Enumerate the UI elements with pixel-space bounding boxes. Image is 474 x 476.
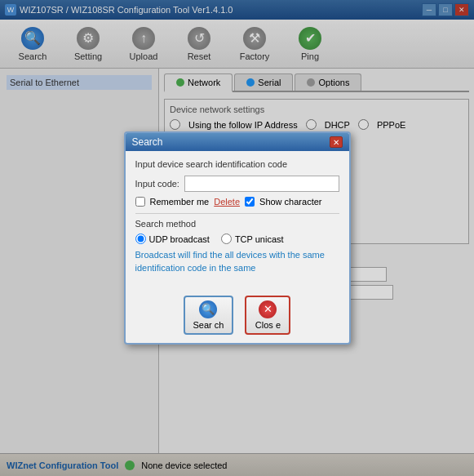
remember-row: Remember me Delete Show character [135, 197, 339, 207]
search-method-label: Search method [135, 219, 339, 229]
modal-body: Input device search identification code … [126, 151, 349, 291]
show-character-checkbox[interactable] [245, 197, 255, 207]
search-modal: Search ✕ Input device search identificat… [124, 131, 351, 345]
modal-search-icon: 🔍 [199, 300, 217, 318]
search-method-row: UDP broadcast TCP unicast [135, 234, 339, 244]
input-code-label: Input code: [135, 179, 179, 189]
show-character-label: Show character [259, 197, 321, 207]
delete-link[interactable]: Delete [214, 197, 240, 207]
tcp-unicast-radio[interactable] [221, 234, 232, 244]
modal-close-button[interactable]: ✕ Clos e [245, 296, 290, 335]
modal-title-bar: Search ✕ [126, 133, 349, 151]
modal-close-icon2: ✕ [259, 300, 277, 318]
modal-close-icon[interactable]: ✕ [330, 136, 343, 148]
input-code-field[interactable] [184, 176, 339, 192]
udp-broadcast-label: UDP broadcast [149, 234, 210, 244]
modal-divider [135, 213, 339, 214]
modal-description: Input device search identification code [135, 159, 339, 169]
udp-broadcast-option[interactable]: UDP broadcast [135, 234, 210, 244]
input-code-row: Input code: [135, 176, 339, 192]
modal-search-label: Sear ch [193, 320, 224, 330]
modal-close-label: Clos e [255, 320, 281, 330]
tcp-unicast-label: TCP unicast [235, 234, 284, 244]
udp-broadcast-radio[interactable] [135, 234, 146, 244]
modal-footer: 🔍 Sear ch ✕ Clos e [126, 291, 349, 343]
remember-me-checkbox[interactable] [135, 197, 145, 207]
modal-title: Search [132, 136, 163, 148]
modal-overlay: Search ✕ Input device search identificat… [0, 0, 474, 476]
modal-info-text: Broadcast will find the all devices with… [135, 249, 339, 274]
modal-search-button[interactable]: 🔍 Sear ch [184, 296, 234, 335]
remember-me-label: Remember me [150, 197, 210, 207]
tcp-unicast-option[interactable]: TCP unicast [221, 234, 284, 244]
